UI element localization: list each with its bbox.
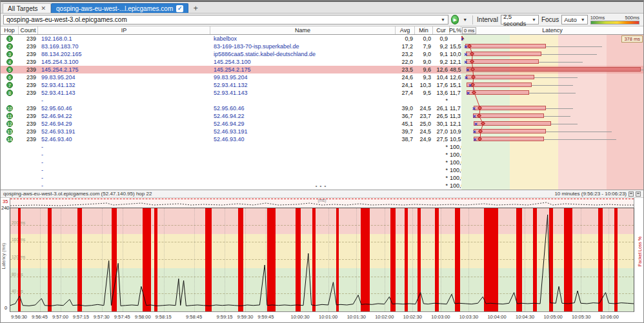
latency-range-bar xyxy=(467,83,532,87)
count-cell: 239 xyxy=(19,66,38,73)
table-row[interactable]: 1423952.46.93.4052.46.93.4038,724,927,51… xyxy=(1,135,461,143)
time-tick-label: 10:04:30 xyxy=(516,314,534,320)
ip-cell: 52.95.60.46 xyxy=(38,104,210,112)
chevron-down-icon[interactable]: ▼ xyxy=(441,17,445,22)
min-cell xyxy=(415,174,433,182)
header-cur[interactable]: Cur xyxy=(433,26,450,34)
table-row[interactable]: -*100,0 xyxy=(1,174,461,182)
new-tab-button[interactable]: + xyxy=(190,3,201,13)
interval-select[interactable]: 2,5 seconds ▼ xyxy=(501,15,539,24)
count-cell: 239 xyxy=(19,50,38,58)
latency-range-bar xyxy=(474,137,544,141)
time-tick-label: 9:57:00 xyxy=(52,314,68,320)
min-cell: 10,3 xyxy=(415,81,433,89)
cur-cell: 10,4 xyxy=(433,73,450,81)
header-ip[interactable]: IP xyxy=(38,26,210,34)
count-cell: 239 xyxy=(19,128,38,135)
table-row[interactable]: -*100,0 xyxy=(1,159,461,166)
table-row[interactable]: 1023952.95.60.4652.95.60.4639,024,526,11… xyxy=(1,104,461,112)
count-cell: 239 xyxy=(19,43,38,50)
header-avg[interactable]: Avg xyxy=(396,26,415,34)
table-row[interactable]: 323988.134.202.165ip5886caa5.static.kabe… xyxy=(1,50,461,58)
pl-cell: 100,0 xyxy=(450,143,461,151)
header-min[interactable]: Min xyxy=(415,26,433,34)
avg-cell: 23,2 xyxy=(396,50,415,58)
table-row[interactable]: 1123952.46.94.2252.46.94.2236,723,726,51… xyxy=(1,112,461,120)
table-row[interactable]: -*100,0 xyxy=(1,143,461,151)
current-marker-x: ✕ xyxy=(473,137,477,142)
cur-cell: 13,6 xyxy=(433,89,450,97)
time-tick-label: 10:03:00 xyxy=(431,314,450,320)
min-cell: 9,0 xyxy=(415,50,433,58)
header-pl[interactable]: PL% xyxy=(450,26,461,34)
hop-number-badge: 13 xyxy=(6,128,13,135)
table-row[interactable]: 723952.93.41.13252.93.41.13224,110,317,6… xyxy=(1,81,461,89)
tab-target[interactable]: qosping-aws-eu-west-...l.epicgames.com ✓ xyxy=(51,3,188,13)
current-marker-x: ✕ xyxy=(467,91,470,95)
table-row[interactable]: 1323952.46.93.19152.46.93.19139,724,527,… xyxy=(1,128,461,135)
avg-cell: 27,4 xyxy=(396,89,415,97)
current-marker-x: ✕ xyxy=(465,75,468,80)
table-row[interactable]: 4239145.254.3.100145.254.3.10022,09,09,2… xyxy=(1,58,461,66)
header-hop[interactable]: Hop xyxy=(1,26,19,34)
time-tick-label: 10:01:30 xyxy=(347,314,366,320)
hop-cell: 8 xyxy=(1,89,19,97)
avg-cell xyxy=(396,143,415,151)
tab-all-targets[interactable]: All Targets ✕ xyxy=(3,3,51,13)
ip-cell: - xyxy=(38,151,210,159)
start-trace-button[interactable]: ▶ xyxy=(451,15,459,24)
current-marker-x: ✕ xyxy=(464,44,468,49)
legend-low-label: 100ms xyxy=(590,15,605,21)
cur-cell: * xyxy=(433,97,450,104)
avg-cell: 39,7 xyxy=(396,128,415,135)
table-row[interactable]: -*100,0 xyxy=(1,151,461,159)
latency-range-bar xyxy=(466,52,541,56)
legend-high-label: 500ms xyxy=(625,15,639,21)
table-row[interactable]: 1223952.46.94.2952.46.94.2945,125,030,11… xyxy=(1,120,461,128)
focus-select[interactable]: Auto ▼ xyxy=(561,15,587,24)
header-name[interactable]: Name xyxy=(210,26,396,34)
hop-number-badge: 3 xyxy=(6,51,13,57)
cur-cell: * xyxy=(433,143,450,151)
hop-number-badge: 14 xyxy=(6,136,13,142)
ip-cell: 52.93.41.132 xyxy=(38,81,210,89)
current-marker-x: ✕ xyxy=(464,60,468,64)
latency-range-bar xyxy=(474,106,547,110)
header-count[interactable]: Count xyxy=(19,26,38,34)
latency-range-bar xyxy=(473,113,544,118)
pl-cell: 12,1 xyxy=(450,58,461,66)
current-marker-x: ✕ xyxy=(468,83,472,88)
pl-cell: 12,6 xyxy=(450,73,461,81)
table-row[interactable]: 223983.169.183.7083-169-183-70-isp.super… xyxy=(1,43,461,50)
latency-color-legend: 100ms 500ms xyxy=(590,15,639,24)
hop-cell: 11 xyxy=(1,112,19,120)
toolbar-divider xyxy=(472,15,473,24)
current-marker-x: ✕ xyxy=(474,122,478,126)
hop-number-badge: 1 xyxy=(6,35,13,42)
name-cell xyxy=(210,159,396,166)
table-row[interactable]: 623999.83.95.20499.83.95.20424,69,310,41… xyxy=(1,73,461,81)
table-row[interactable]: 5239145.254.2.175145.254.2.17523,59,612,… xyxy=(1,66,461,73)
close-icon[interactable]: ✕ xyxy=(41,5,46,12)
timeline-plot[interactable]: 40 ms80 ms120 ms160 ms200 ms xyxy=(10,208,634,312)
hop-cell: 4 xyxy=(1,58,19,66)
focus-value: Auto xyxy=(564,16,577,23)
timeline-collapse-icon[interactable] xyxy=(636,191,641,197)
target-address-input[interactable]: qosping-aws-eu-west-3.ol.epicgames.com ▼ xyxy=(3,15,448,24)
table-row[interactable]: 1239192.168.0.1kabelbox0,90,00,9 xyxy=(1,35,461,43)
hop-number-badge: 12 xyxy=(6,121,13,127)
count-cell: 239 xyxy=(19,112,38,120)
avg-cell: 24,6 xyxy=(396,73,415,81)
time-tick-label: 9:58:15 xyxy=(156,314,172,320)
splitter-handle[interactable]: ••• xyxy=(1,183,643,189)
time-tick-label: 9:59:30 xyxy=(237,314,253,320)
start-options-dropdown[interactable]: ▼ xyxy=(461,17,468,22)
table-row[interactable]: -*100,0 xyxy=(1,166,461,174)
hop-cell: 2 xyxy=(1,43,19,50)
timeline-options-icon[interactable] xyxy=(629,191,634,197)
min-cell: 24,5 xyxy=(415,104,433,112)
packetloss-max-label: 35 xyxy=(3,199,8,204)
table-row[interactable]: -* xyxy=(1,97,461,104)
latency-graph[interactable]: ✕✕✕✕✕✕✕✕✕✕✕✕✕ xyxy=(461,35,643,190)
table-row[interactable]: 823952.93.41.14352.93.41.14327,49,513,61… xyxy=(1,89,461,97)
